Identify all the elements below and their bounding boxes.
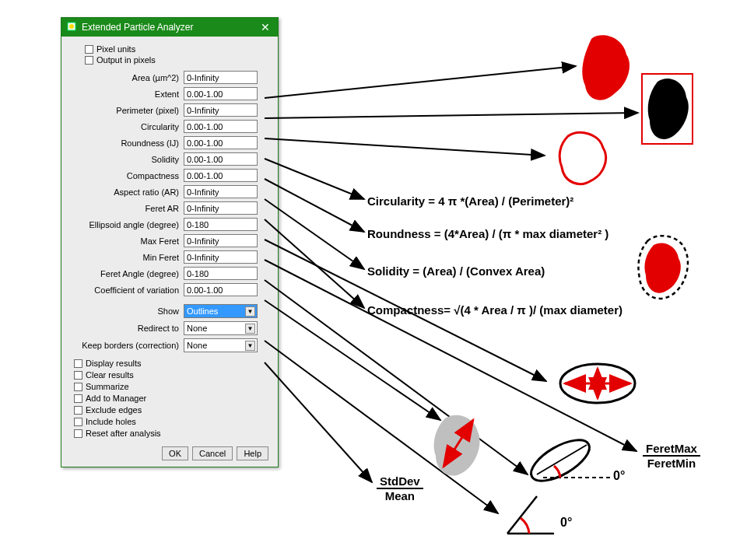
field-input[interactable]	[184, 87, 258, 100]
form-row: Perimeter (pixel)	[71, 103, 268, 117]
checkbox-label: Reset after analysis	[86, 429, 161, 438]
field-input[interactable]	[184, 283, 258, 296]
checkbox-row: Exclude edges	[74, 405, 173, 415]
field-input[interactable]	[184, 234, 258, 247]
ellipse-angle-icon	[525, 432, 596, 488]
field-input[interactable]	[184, 169, 258, 182]
select-dropdown[interactable]: None▼	[184, 338, 258, 352]
field-input[interactable]	[184, 71, 258, 84]
solidity-blob-icon	[644, 243, 680, 292]
checkbox-label: Display results	[86, 359, 142, 368]
field-input[interactable]	[184, 250, 258, 264]
checkbox-row: Display results	[74, 359, 173, 368]
select-dropdown[interactable]: Outlines▼	[184, 304, 258, 318]
form-row: Extent	[71, 87, 268, 100]
field-label: Feret Angle (degree)	[71, 269, 184, 278]
checkbox[interactable]	[74, 418, 82, 426]
form-row: Compactness	[71, 169, 268, 182]
field-label: Extent	[71, 89, 184, 99]
field-input[interactable]	[184, 267, 258, 280]
checkbox-row: Add to Manager	[74, 394, 173, 403]
button-row: OK Cancel Help	[71, 446, 268, 460]
field-label: Perimeter (pixel)	[71, 106, 184, 115]
form-row: Roundness (IJ)	[71, 136, 268, 149]
select-label: Redirect to	[71, 324, 184, 333]
checkbox-label: Pixel units	[96, 44, 135, 54]
fraction-den: Mean	[377, 489, 423, 502]
close-button[interactable]: ✕	[258, 21, 273, 33]
extent-box-icon	[642, 74, 693, 144]
help-button[interactable]: Help	[237, 446, 268, 460]
field-input[interactable]	[184, 201, 258, 215]
field-label: Coefficient of variation	[71, 285, 184, 295]
checkbox[interactable]	[74, 371, 82, 380]
field-label: Max Feret	[71, 236, 184, 246]
fraction-num: FeretMax	[643, 442, 700, 457]
max-feret-blob-icon	[434, 415, 480, 476]
aspect-ratio-ellipse-icon	[560, 364, 635, 403]
field-input[interactable]	[184, 152, 258, 166]
form-row: Feret Angle (degree)	[71, 267, 268, 280]
field-input[interactable]	[184, 120, 258, 133]
form-row: ShowOutlines▼	[71, 304, 268, 318]
field-input[interactable]	[184, 136, 258, 149]
field-label: Ellipsoid angle (degree)	[71, 220, 184, 229]
svg-line-8	[265, 219, 364, 308]
field-label: Compactness	[71, 171, 184, 180]
checkbox-row: Reset after analysis	[74, 429, 173, 438]
dropdown-arrow-icon: ▼	[245, 306, 255, 317]
checkbox[interactable]	[74, 406, 82, 415]
select-dropdown[interactable]: None▼	[184, 321, 258, 335]
checkbox-label: Exclude edges	[86, 405, 142, 415]
svg-line-6	[265, 179, 364, 232]
checkbox-row: Include holes	[74, 417, 173, 426]
field-input[interactable]	[184, 218, 258, 231]
form-row: Min Feret	[71, 250, 268, 264]
formula-solidity: Solidity = (Area) / (Convex Area)	[367, 264, 545, 278]
svg-line-17	[444, 420, 473, 467]
cancel-button[interactable]: Cancel	[192, 446, 233, 460]
checkbox[interactable]	[85, 45, 93, 54]
checkbox[interactable]	[74, 359, 82, 368]
svg-line-7	[265, 199, 364, 269]
checkbox-label: Summarize	[86, 382, 129, 391]
svg-point-1	[69, 24, 74, 29]
select-value: Outlines	[187, 306, 218, 316]
dialog-body: Pixel unitsOutput in pixels Area (µm^2)E…	[61, 37, 278, 467]
checkbox[interactable]	[74, 383, 82, 391]
select-label: Keep borders (correction)	[71, 341, 184, 350]
fraction-den: FeretMin	[643, 457, 700, 470]
checkbox-label: Output in pixels	[96, 55, 156, 65]
fraction-num: StdDev	[377, 474, 423, 489]
checkbox[interactable]	[85, 56, 93, 65]
degree-label-2: 0°	[560, 516, 572, 530]
checkbox[interactable]	[74, 429, 82, 438]
titlebar: Extended Particle Analyzer ✕	[61, 18, 278, 37]
field-input[interactable]	[184, 185, 258, 198]
form-row: Aspect ratio (AR)	[71, 185, 268, 198]
form-row: Keep borders (correction)None▼	[71, 338, 268, 352]
form-row: Solidity	[71, 152, 268, 166]
form-row: Redirect toNone▼	[71, 321, 268, 335]
field-input[interactable]	[184, 103, 258, 117]
svg-line-10	[265, 260, 637, 451]
extended-particle-analyzer-dialog: Extended Particle Analyzer ✕ Pixel units…	[61, 17, 279, 467]
svg-line-2	[265, 66, 576, 98]
field-label: Feret AR	[71, 204, 184, 213]
field-label: Circularity	[71, 122, 184, 131]
form-row: Area (µm^2)	[71, 71, 268, 84]
checkbox[interactable]	[74, 394, 82, 403]
form-row: Max Feret	[71, 234, 268, 247]
select-value: None	[187, 341, 207, 350]
extent-blob-icon	[648, 79, 689, 139]
formula-compactness: Compactness= √(4 * Area / π )/ (max diam…	[367, 303, 622, 317]
form-row: Circularity	[71, 120, 268, 133]
field-label: Roundness (IJ)	[71, 138, 184, 148]
form-row: Coefficient of variation	[71, 283, 268, 296]
checkbox-row: Summarize	[74, 382, 173, 391]
svg-line-18	[537, 445, 587, 474]
form-row: Feret AR	[71, 201, 268, 215]
ok-button[interactable]: OK	[162, 446, 188, 460]
app-icon	[66, 21, 77, 34]
field-label: Area (µm^2)	[71, 73, 184, 82]
